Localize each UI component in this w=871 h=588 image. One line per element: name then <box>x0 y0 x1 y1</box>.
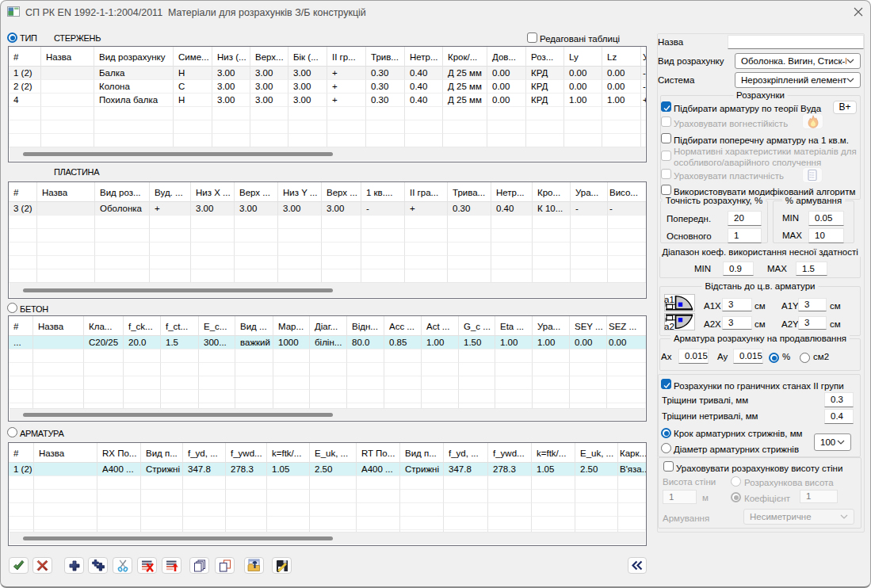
svg-text:a2: a2 <box>664 322 674 330</box>
svg-text:a1: a1 <box>664 295 674 304</box>
